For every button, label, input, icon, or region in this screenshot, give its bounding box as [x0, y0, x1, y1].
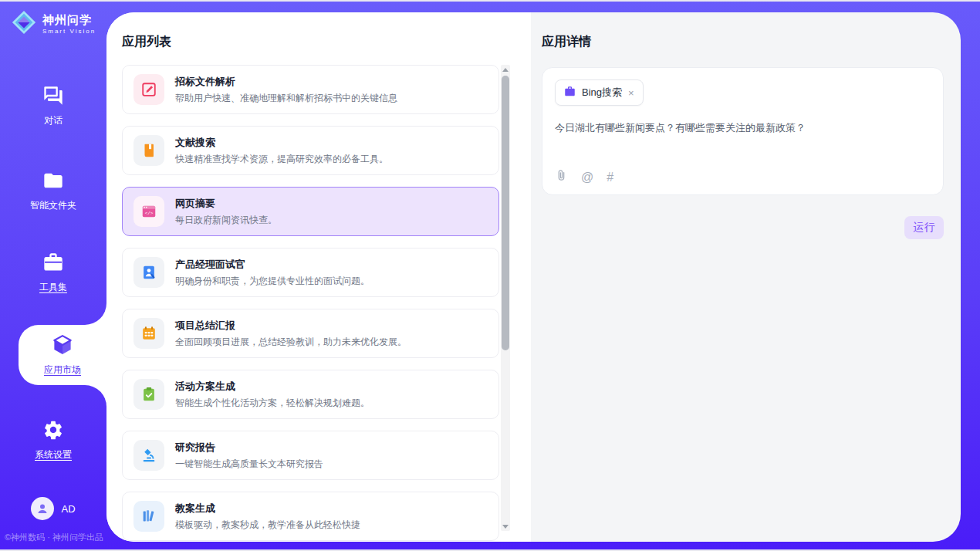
literature-book-icon	[133, 135, 164, 166]
copyright-text: ©神州数码 · 神州问学出品	[5, 532, 103, 543]
app-list-title: 应用列表	[122, 34, 171, 50]
app-list-panel: 应用列表 招标文件解析 帮助用户快速、准确地理解和解析招标书中的关键信息	[106, 12, 531, 542]
app-card-description: 模板驱动，教案秒成，教学准备从此轻松快捷	[175, 519, 360, 532]
research-microscope-icon	[133, 440, 164, 471]
user-account[interactable]: AD	[0, 497, 106, 520]
diamond-logo-icon	[11, 9, 37, 39]
app-card-literature-search[interactable]: 文献搜索 快速精准查找学术资源，提高研究效率的必备工具。	[122, 126, 499, 175]
paperclip-icon[interactable]	[555, 169, 568, 185]
app-detail-title: 应用详情	[542, 34, 944, 50]
interviewer-icon	[133, 257, 164, 288]
composer-toolbar: @ #	[555, 169, 613, 185]
prompt-card[interactable]: Bing搜索 × 今日湖北有哪些新闻要点？有哪些需要关注的最新政策？ @ #	[542, 67, 944, 195]
brand-logo: 神州问学 Smart Vision	[0, 9, 106, 39]
sidebar-item-smart-folder[interactable]: 智能文件夹	[0, 170, 106, 212]
tag-close-icon[interactable]: ×	[628, 88, 634, 98]
app-card-description: 每日政府新闻资讯快查。	[175, 214, 277, 227]
svg-text:</>: </>	[145, 211, 154, 216]
tool-tag-bing-search[interactable]: Bing搜索 ×	[555, 79, 644, 106]
sidebar: 神州问学 Smart Vision 对话 智能文件夹	[0, 2, 106, 549]
app-card-description: 一键智能生成高质量长文本研究报告	[175, 458, 323, 471]
cube-icon	[51, 333, 74, 359]
app-card-description: 智能生成个性化活动方案，轻松解决规划难题。	[175, 397, 370, 410]
app-card-title: 教案生成	[175, 502, 360, 516]
folder-icon	[42, 170, 64, 194]
sidebar-item-label: 应用市场	[44, 363, 81, 377]
briefcase-icon	[564, 86, 576, 100]
app-detail-panel: 应用详情 Bing搜索 × 今日湖北有哪些新闻要点？有哪些需要关注的最新政策？	[531, 12, 961, 542]
app-card-lesson-plan[interactable]: 教案生成 模板驱动，教案秒成，教学准备从此轻松快捷	[122, 492, 499, 541]
user-initials: AD	[61, 503, 75, 515]
scroll-up-arrow-icon[interactable]	[501, 65, 510, 74]
brand-name: 神州问学	[42, 13, 96, 28]
scroll-down-arrow-icon[interactable]	[501, 522, 510, 531]
app-card-title: 产品经理面试官	[175, 258, 370, 272]
sidebar-item-app-market[interactable]: 应用市场	[19, 325, 106, 385]
app-card-description: 明确身份和职责，为您提供专业性的面试问题。	[175, 275, 370, 288]
sidebar-item-settings[interactable]: 系统设置	[0, 419, 106, 461]
scrollbar-thumb[interactable]	[502, 76, 509, 350]
app-card-bid-analysis[interactable]: 招标文件解析 帮助用户快速、准确地理解和解析招标书中的关键信息	[122, 65, 499, 114]
app-card-description: 全面回顾项目进展，总结经验教训，助力未来优化发展。	[175, 336, 407, 349]
sidebar-item-label: 系统设置	[35, 448, 72, 461]
query-text[interactable]: 今日湖北有哪些新闻要点？有哪些需要关注的最新政策？	[555, 121, 931, 135]
app-card-project-summary[interactable]: 项目总结汇报 全面回顾项目进展，总结经验教训，助力未来优化发展。	[122, 309, 499, 358]
sidebar-item-label: 智能文件夹	[30, 199, 76, 212]
app-card-description: 帮助用户快速、准确地理解和解析招标书中的关键信息	[175, 92, 397, 105]
avatar	[31, 497, 54, 520]
gear-icon	[42, 419, 64, 443]
chat-icon	[42, 85, 64, 109]
report-calendar-icon	[133, 318, 164, 349]
app-card-list: 招标文件解析 帮助用户快速、准确地理解和解析招标书中的关键信息 文献搜索 快速精…	[122, 65, 499, 542]
sidebar-item-chat[interactable]: 对话	[0, 85, 106, 127]
app-card-title: 招标文件解析	[175, 75, 397, 89]
hashtag-icon[interactable]: #	[607, 171, 613, 184]
content-area: 应用列表 招标文件解析 帮助用户快速、准确地理解和解析招标书中的关键信息	[106, 12, 961, 542]
brand-subtitle: Smart Vision	[42, 28, 96, 35]
sidebar-item-label: 工具集	[39, 281, 67, 294]
app-card-title: 项目总结汇报	[175, 319, 407, 333]
app-card-title: 文献搜索	[175, 136, 388, 150]
app-frame: 神州问学 Smart Vision 对话 智能文件夹	[0, 2, 980, 549]
tool-tag-label: Bing搜索	[582, 86, 622, 100]
mention-icon[interactable]: @	[581, 171, 593, 184]
app-card-title: 网页摘要	[175, 197, 277, 211]
app-card-title: 研究报告	[175, 441, 323, 455]
bid-edit-icon	[133, 74, 164, 105]
lesson-books-icon	[133, 501, 164, 532]
app-card-pm-interviewer[interactable]: 产品经理面试官 明确身份和职责，为您提供专业性的面试问题。	[122, 248, 499, 297]
sidebar-item-label: 对话	[44, 114, 63, 127]
app-card-research-report[interactable]: 研究报告 一键智能生成高质量长文本研究报告	[122, 431, 499, 480]
app-card-webpage-summary[interactable]: </> 网页摘要 每日政府新闻资讯快查。	[122, 187, 499, 236]
app-card-activity-plan[interactable]: 活动方案生成 智能生成个性化活动方案，轻松解决规划难题。	[122, 370, 499, 419]
app-card-title: 活动方案生成	[175, 380, 370, 394]
webpage-icon: </>	[133, 196, 164, 227]
app-card-description: 快速精准查找学术资源，提高研究效率的必备工具。	[175, 153, 388, 166]
activity-clipboard-icon	[133, 379, 164, 410]
run-button[interactable]: 运行	[904, 216, 944, 239]
toolbox-icon	[42, 252, 64, 276]
list-scrollbar[interactable]	[501, 65, 510, 531]
